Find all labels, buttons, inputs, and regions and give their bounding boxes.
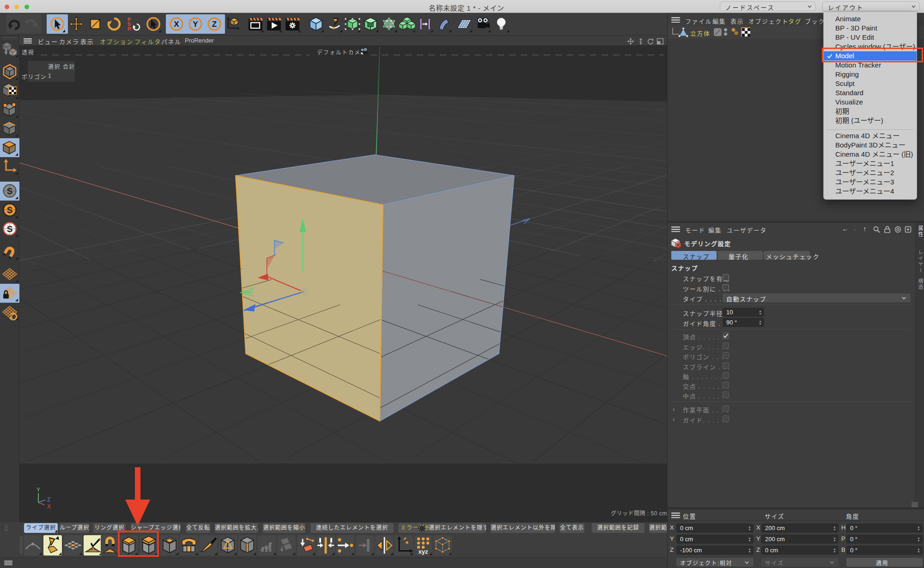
svg-text:Y: Y [193,20,198,29]
svg-text:xyz: xyz [419,548,428,555]
svg-text:X: X [174,20,179,29]
svg-text:Z: Z [47,496,50,503]
svg-text:R: R [128,26,131,31]
svg-text:X: X [47,503,51,510]
svg-text:Y: Y [36,487,40,493]
svg-text:Z: Z [212,20,217,29]
